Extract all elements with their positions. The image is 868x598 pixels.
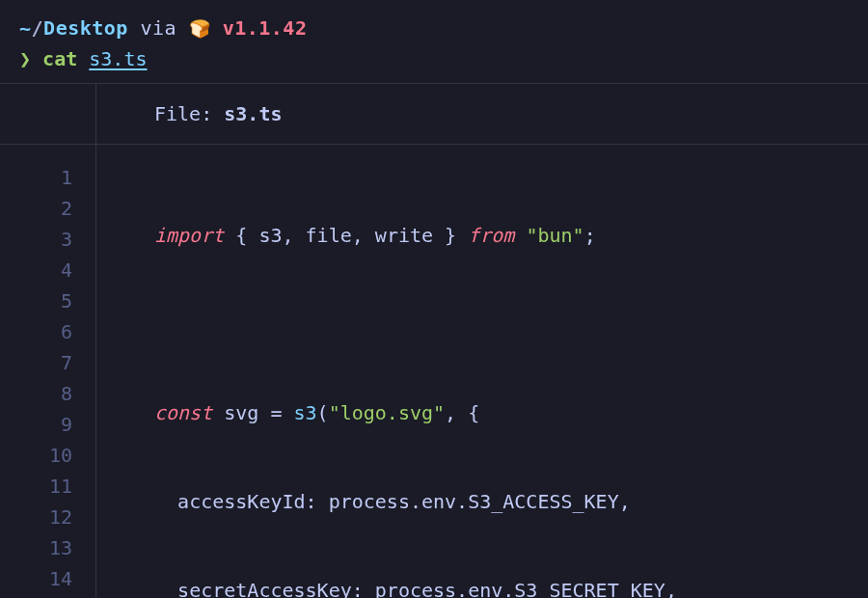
line-number: 11: [0, 471, 95, 502]
code-line: secretAccessKey: process.env.S3_SECRET_K…: [154, 575, 677, 598]
line-number: 4: [0, 255, 95, 285]
command-name: cat: [42, 47, 77, 70]
line-number: 1: [0, 162, 95, 193]
prompt-tilde: ~: [19, 16, 32, 40]
keyword-from: from: [468, 224, 514, 247]
prompt-path-sep: /: [32, 16, 44, 40]
prompt-via: via: [140, 16, 176, 40]
line-number-gutter: 1 2 3 4 5 6 7 8 9 10 11 12 13 14: [0, 145, 96, 598]
line-number: 13: [0, 532, 95, 563]
prompt-command-line[interactable]: ❯ cat s3.ts: [19, 44, 849, 73]
code-line: const svg = s3("logo.svg", {: [154, 397, 677, 428]
line-number: 9: [0, 409, 95, 440]
runtime-version: v1.1.42: [223, 16, 308, 40]
line-number: 14: [0, 563, 95, 594]
code-line: [154, 309, 677, 340]
bun-icon: 🍞: [189, 15, 211, 41]
code-line: import { s3, file, write } from "bun";: [154, 220, 677, 251]
code-view: 1 2 3 4 5 6 7 8 9 10 11 12 13 14 import …: [0, 145, 868, 598]
code-content[interactable]: import { s3, file, write } from "bun"; c…: [96, 145, 677, 598]
line-number: 2: [0, 193, 95, 224]
line-number: 10: [0, 440, 95, 471]
keyword-import: import: [154, 224, 224, 247]
command-arg: s3.ts: [89, 47, 147, 70]
line-number: 3: [0, 224, 95, 255]
prompt-chevron-icon: ❯: [19, 47, 31, 70]
terminal-window: ~/Desktop via 🍞 v1.1.42 ❯ cat s3.ts File…: [0, 0, 868, 598]
file-name: s3.ts: [224, 102, 282, 125]
gutter-header: [0, 84, 96, 144]
file-label: File:: [154, 102, 212, 125]
line-number: 7: [0, 347, 95, 378]
code-line: accessKeyId: process.env.S3_ACCESS_KEY,: [154, 486, 677, 517]
line-number: 8: [0, 378, 95, 409]
file-header-text: File: s3.ts: [96, 84, 282, 144]
line-number: 12: [0, 502, 95, 532]
keyword-const: const: [154, 401, 212, 424]
prompt-dir: Desktop: [43, 16, 128, 40]
shell-prompt: ~/Desktop via 🍞 v1.1.42 ❯ cat s3.ts: [0, 14, 868, 83]
line-number: 5: [0, 285, 95, 316]
file-header: File: s3.ts: [0, 83, 868, 145]
line-number: 6: [0, 316, 95, 347]
prompt-path-line: ~/Desktop via 🍞 v1.1.42: [19, 14, 849, 42]
